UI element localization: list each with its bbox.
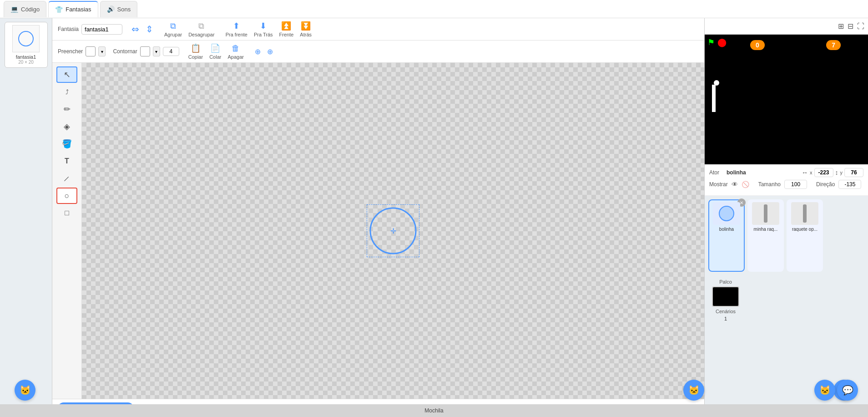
tool-pencil[interactable]: ✏ (56, 101, 77, 117)
tamanho-label: Tamanho (758, 181, 781, 188)
costume-list-panel: fantasia1 20 × 20 (0, 18, 52, 417)
frente-btn[interactable]: ⏫ Frente (278, 20, 296, 38)
flip-horizontal-icon: ⇔ (131, 24, 139, 35)
agrupar-btn[interactable]: ⧉ Agrupar (162, 20, 184, 38)
editor-toolbar-bottom: Preencher ▾ Contornar ▾ 📋 Copiar 📄 Colar (52, 41, 704, 63)
actor-label: Ator (709, 169, 723, 176)
costume-thumb-fantasia1[interactable]: fantasia1 20 × 20 (5, 22, 48, 68)
direcao-value[interactable]: -135 (838, 180, 861, 189)
mostrar-label: Mostrar (709, 181, 728, 188)
actor-info: Ator bolinha ↔ x -223 ↕ y 76 Mostrar 👁 🚫… (705, 164, 868, 196)
tab-fantasias-label: Fantasias (66, 6, 91, 13)
tool-eraser[interactable]: ◈ (56, 118, 77, 135)
paddle-left-sprite (712, 85, 716, 112)
costume-preview (12, 25, 40, 52)
stage-fullscreen-btn[interactable]: ⛶ (857, 22, 864, 31)
pra-tras-label: Pra Trás (254, 32, 273, 37)
desagrupar-icon: ⧉ (198, 21, 204, 31)
colar-label: Colar (209, 54, 221, 60)
tool-fill[interactable]: 🪣 (56, 136, 77, 152)
align-h-btn[interactable]: ⊕ (253, 46, 262, 57)
desagrupar-btn[interactable]: ⧉ Desagrupar (187, 20, 216, 38)
mochila-label: Mochila (424, 407, 443, 414)
green-flag-btn[interactable]: ⚑ (707, 37, 715, 47)
x-value[interactable]: -223 (814, 168, 833, 177)
x-label: x (810, 170, 812, 175)
drawing-canvas[interactable]: ✛ (82, 63, 704, 399)
codigo-icon: 💻 (10, 5, 18, 13)
group-ungroup: ⧉ Agrupar ⧉ Desagrupar (162, 20, 217, 38)
checker-background: ✛ (82, 63, 704, 399)
tool-select[interactable]: ↖ (56, 66, 77, 83)
fill-chevron-btn[interactable]: ▾ (98, 46, 106, 56)
cenarios-count: 1 (712, 316, 739, 321)
score-left-badge: 0 (750, 40, 765, 50)
stage-expand-btn[interactable]: ⊞ (838, 22, 844, 31)
sprite-card-minha-raq[interactable]: minha raq... (747, 199, 784, 272)
bottom-left-cat-btn[interactable]: 🐱 (15, 380, 35, 401)
tab-sons[interactable]: 🔊 Sons (100, 1, 138, 17)
frente-icon: ⏫ (281, 21, 291, 31)
stage-layout-btn[interactable]: ⊟ (848, 22, 853, 31)
bottom-chat-btn[interactable]: 💬 (837, 380, 858, 401)
costume-name-input[interactable] (81, 24, 122, 35)
y-label: y (840, 170, 843, 175)
flip-vertical-btn[interactable]: ⇕ (144, 23, 155, 36)
flip-vertical-icon: ⇕ (146, 24, 153, 35)
fill-color-swatch[interactable] (86, 46, 96, 56)
actor-props-row: Mostrar 👁 🚫 Tamanho 100 Direção -135 (709, 180, 863, 189)
colar-btn[interactable]: 📄 Colar (207, 42, 223, 61)
move-handle[interactable]: ✛ (390, 227, 396, 235)
direcao-label: Direção (816, 181, 835, 188)
tool-reshape[interactable]: ⤴ (56, 84, 77, 100)
coord-group: ↔ x -223 ↕ y 76 (802, 168, 863, 177)
stop-btn[interactable]: ⬤ (717, 37, 727, 47)
stage-cenarios-row: Palco Cenários 1 (705, 275, 868, 325)
game-preview: 0 7 ⚑ ⬤ (705, 35, 868, 164)
atras-btn[interactable]: ⏬ Atrás (298, 20, 313, 38)
score-right-badge: 7 (826, 40, 841, 50)
sprite-preview-raquete-op (791, 202, 818, 225)
palco-label: Palco (712, 279, 739, 285)
tamanho-value[interactable]: 100 (784, 180, 807, 189)
contour-chevron-btn[interactable]: ▾ (153, 46, 160, 56)
align-v-btn[interactable]: ⊕ (265, 46, 275, 57)
add-sprite-btn-left[interactable]: 🐱 (683, 380, 704, 401)
bottom-right-cat-btn[interactable]: 🐱 (814, 380, 835, 401)
pra-frente-btn[interactable]: ⬆ Pra frente (224, 20, 249, 38)
show-eye-icon[interactable]: 👁 (732, 181, 738, 188)
contour-color-swatch[interactable] (140, 46, 150, 56)
flip-horizontal-btn[interactable]: ⇔ (130, 23, 141, 36)
contour-width-input[interactable] (163, 47, 179, 56)
tools-sidebar: ↖ ⤴ ✏ ◈ 🪣 T | ○ □ (52, 63, 82, 399)
sprite-name-bolinha: bolinha (719, 227, 734, 232)
hide-eye-icon[interactable]: 🚫 (742, 181, 749, 188)
copiar-label: Copiar (188, 54, 203, 60)
actor-name-value: bolinha (727, 169, 798, 176)
apagar-btn[interactable]: 🗑 Apagar (226, 43, 245, 61)
stage-header: ⊞ ⊟ ⛶ (705, 18, 868, 35)
tool-rect[interactable]: □ (56, 205, 77, 221)
tab-fantasias[interactable]: 👕 Fantasias (48, 1, 98, 17)
tab-codigo[interactable]: 💻 Código (4, 1, 46, 17)
colar-icon: 📄 (210, 43, 220, 53)
svg-point-2 (719, 206, 734, 221)
sprite-preview-bolinha (713, 202, 740, 225)
pra-tras-btn[interactable]: ⬇ Pra Trás (252, 20, 275, 38)
edit-actions-group: 📋 Copiar 📄 Colar 🗑 Apagar (187, 42, 246, 61)
copiar-btn[interactable]: 📋 Copiar (187, 42, 205, 61)
score-left-value: 0 (756, 41, 759, 49)
editor-toolbar-top: Fantasia ⇔ ⇕ ⧉ Agrupar ⧉ Desagrupar (52, 18, 704, 41)
sprite-list: ✕ bolinha minha raq... (705, 196, 868, 275)
sprite-name-minha-raq: minha raq... (754, 227, 778, 232)
sprite-card-raquete-op[interactable]: raquete op... (787, 199, 823, 272)
mochila-bar[interactable]: Mochila (0, 404, 868, 417)
sons-icon: 🔊 (107, 5, 115, 13)
apagar-icon: 🗑 (232, 44, 240, 53)
preencher-label: Preencher (58, 48, 83, 55)
tab-sons-label: Sons (117, 6, 131, 13)
palco-thumb[interactable] (712, 286, 739, 307)
editor-area: Fantasia ⇔ ⇕ ⧉ Agrupar ⧉ Desagrupar (52, 18, 704, 417)
y-value[interactable]: 76 (844, 168, 863, 177)
sprite-card-bolinha[interactable]: ✕ bolinha (708, 199, 745, 272)
